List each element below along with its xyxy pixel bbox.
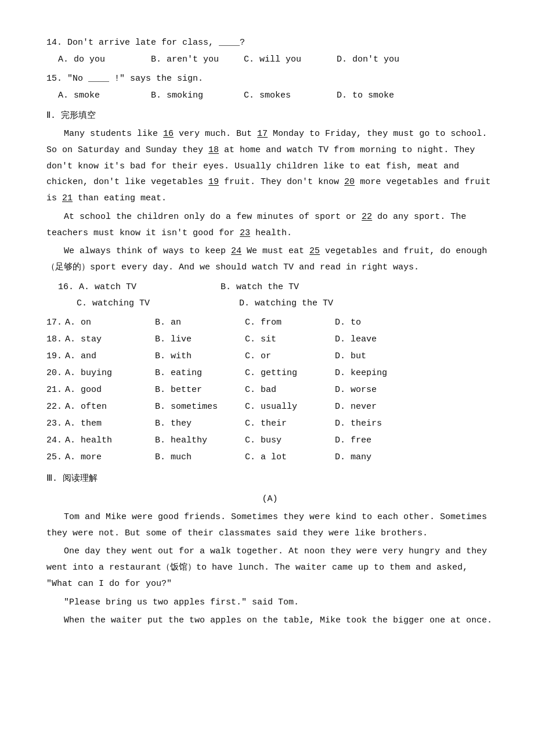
q20-num: 20. [46, 365, 65, 381]
q20-optB: B. eating [155, 365, 245, 381]
q17-optA: A. on [65, 315, 155, 330]
q15-optD: D. to smoke [337, 88, 430, 103]
question-15: 15. "No ____ !" says the sign. A. smoke … [46, 71, 493, 103]
q21-optB: B. better [155, 382, 245, 398]
q24-optA: A. health [65, 433, 155, 448]
question-16: 16. A. watch TV B. watch the TV C. watch… [46, 279, 493, 311]
q23-num: 23. [46, 416, 65, 431]
mc-questions: 17. A. on B. an C. from D. to 18. A. sta… [46, 315, 493, 465]
q25-num: 25. [46, 449, 65, 465]
q14-optD: D. don't you [337, 52, 430, 67]
q14-optC: C. will you [244, 52, 337, 67]
q20-optD: D. keeping [335, 365, 425, 381]
q23-optD: D. theirs [335, 416, 425, 431]
blank-20: 20 [344, 177, 355, 187]
question-18: 18. A. stay B. live C. sit D. leave [46, 332, 493, 347]
question-25: 25. A. more B. much C. a lot D. many [46, 449, 493, 465]
q16-optA: 16. A. watch TV [58, 279, 221, 295]
passage-cloze: Many students like 16 very much. But 17 … [46, 126, 493, 276]
q19-options: A. and B. with C. or D. but [65, 348, 493, 364]
q17-num: 17. [46, 315, 65, 330]
q24-optC: C. busy [245, 433, 335, 448]
blank-21: 21 [62, 193, 73, 203]
reading-para2: One day they went out for a walk togethe… [46, 543, 493, 592]
passage-para2: At school the children only do a few min… [46, 209, 493, 242]
q16-options-row1: 16. A. watch TV B. watch the TV [46, 279, 493, 295]
q18-optC: C. sit [245, 332, 335, 347]
q23-optA: A. them [65, 416, 155, 431]
reading-passage-a: Tom and Mike were good friends. Sometime… [46, 509, 493, 629]
question-19: 19. A. and B. with C. or D. but [46, 348, 493, 364]
q21-optD: D. worse [335, 382, 425, 398]
question-21: 21. A. good B. better C. bad D. worse [46, 382, 493, 398]
q20-optC: C. getting [245, 365, 335, 381]
q18-optA: A. stay [65, 332, 155, 347]
q22-optD: D. never [335, 399, 425, 415]
q21-num: 21. [46, 382, 65, 398]
q16-options-row2: C. watching TV D. watching the TV [46, 296, 493, 311]
q19-optC: C. or [245, 348, 335, 364]
question-23: 23. A. them B. they C. their D. theirs [46, 416, 493, 431]
section3-header: Ⅲ. 阅读理解 [46, 471, 493, 487]
subsection-a-label: (A) [46, 491, 493, 507]
blank-19: 19 [208, 177, 219, 187]
reading-para1: Tom and Mike were good friends. Sometime… [46, 509, 493, 542]
q15-optC: C. smokes [244, 88, 337, 103]
q23-optC: C. their [245, 416, 335, 431]
q20-options: A. buying B. eating C. getting D. keepin… [65, 365, 493, 381]
q22-num: 22. [46, 399, 65, 415]
q16-optB: B. watch the TV [221, 279, 383, 295]
q17-optD: D. to [335, 315, 425, 330]
q21-optA: A. good [65, 382, 155, 398]
q25-optA: A. more [65, 449, 155, 465]
q18-optB: B. live [155, 332, 245, 347]
q14-options: A. do you B. aren't you C. will you D. d… [46, 52, 493, 67]
blank-25: 25 [309, 246, 320, 256]
q24-num: 24. [46, 433, 65, 448]
q22-options: A. often B. sometimes C. usually D. neve… [65, 399, 493, 415]
q19-optA: A. and [65, 348, 155, 364]
reading-para3: "Please bring us two apples first." said… [46, 595, 493, 611]
q24-options: A. health B. healthy C. busy D. free [65, 433, 493, 448]
q14-optB: B. aren't you [151, 52, 244, 67]
blank-16: 16 [163, 129, 174, 139]
blank-23: 23 [240, 228, 250, 238]
q21-optC: C. bad [245, 382, 335, 398]
q20-optA: A. buying [65, 365, 155, 381]
q14-optA: A. do you [58, 52, 151, 67]
q17-options: A. on B. an C. from D. to [65, 315, 493, 330]
q22-optA: A. often [65, 399, 155, 415]
q25-options: A. more B. much C. a lot D. many [65, 449, 493, 465]
q22-optB: B. sometimes [155, 399, 245, 415]
question-24: 24. A. health B. healthy C. busy D. free [46, 433, 493, 448]
q18-optD: D. leave [335, 332, 425, 347]
reading-para4: When the waiter put the two apples on th… [46, 613, 493, 629]
q15-options: A. smoke B. smoking C. smokes D. to smok… [46, 88, 493, 103]
q14-text: 14. Don't arrive late for class, ____? [46, 35, 493, 51]
blank-24: 24 [231, 246, 241, 256]
q18-options: A. stay B. live C. sit D. leave [65, 332, 493, 347]
blank-17: 17 [257, 129, 268, 139]
q24-optD: D. free [335, 433, 425, 448]
q25-optB: B. much [155, 449, 245, 465]
blank-22: 22 [362, 212, 372, 222]
q16-optD: D. watching the TV [239, 296, 402, 311]
q25-optC: C. a lot [245, 449, 335, 465]
q22-optC: C. usually [245, 399, 335, 415]
blank-18: 18 [208, 145, 219, 155]
q15-optB: B. smoking [151, 88, 244, 103]
q23-optB: B. they [155, 416, 245, 431]
q19-optD: D. but [335, 348, 425, 364]
passage-para3: We always think of ways to keep 24 We mu… [46, 243, 493, 276]
passage-para1: Many students like 16 very much. But 17 … [46, 126, 493, 207]
question-17: 17. A. on B. an C. from D. to [46, 315, 493, 330]
q23-options: A. them B. they C. their D. theirs [65, 416, 493, 431]
q24-optB: B. healthy [155, 433, 245, 448]
q15-text: 15. "No ____ !" says the sign. [46, 71, 493, 87]
q21-options: A. good B. better C. bad D. worse [65, 382, 493, 398]
q16-optC: C. watching TV [77, 296, 239, 311]
section2-header: Ⅱ. 完形填空 [46, 108, 493, 124]
q17-optB: B. an [155, 315, 245, 330]
q15-optA: A. smoke [58, 88, 151, 103]
question-22: 22. A. often B. sometimes C. usually D. … [46, 399, 493, 415]
